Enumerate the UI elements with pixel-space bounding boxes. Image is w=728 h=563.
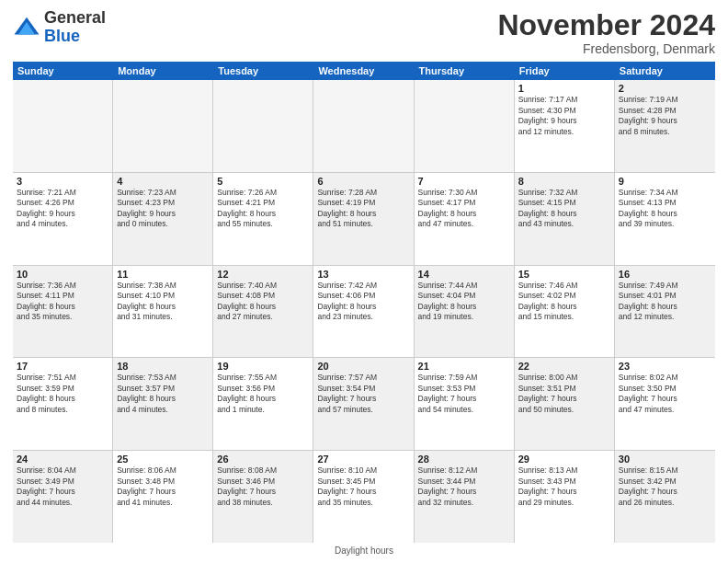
calendar-cell: 28Sunrise: 8:12 AM Sunset: 3:44 PM Dayli… (415, 451, 515, 543)
day-number: 9 (619, 176, 711, 187)
calendar-row: 3Sunrise: 7:21 AM Sunset: 4:26 PM Daylig… (13, 173, 715, 266)
calendar-cell: 27Sunrise: 8:10 AM Sunset: 3:45 PM Dayli… (313, 451, 414, 543)
calendar-body: 1Sunrise: 7:17 AM Sunset: 4:30 PM Daylig… (13, 80, 715, 543)
page: General Blue November 2024 Fredensborg, … (0, 0, 728, 563)
location: Fredensborg, Denmark (497, 41, 715, 56)
logo: General Blue (13, 9, 106, 46)
calendar-cell: 24Sunrise: 8:04 AM Sunset: 3:49 PM Dayli… (13, 451, 113, 543)
calendar-cell: 20Sunrise: 7:57 AM Sunset: 3:54 PM Dayli… (313, 358, 414, 450)
day-number: 23 (619, 361, 711, 372)
day-info: Sunrise: 7:55 AM Sunset: 3:56 PM Dayligh… (217, 373, 309, 415)
calendar-cell: 10Sunrise: 7:36 AM Sunset: 4:11 PM Dayli… (13, 266, 113, 358)
calendar-cell: 7Sunrise: 7:30 AM Sunset: 4:17 PM Daylig… (415, 173, 515, 265)
day-number: 10 (17, 269, 108, 280)
day-number: 8 (518, 176, 610, 187)
day-info: Sunrise: 8:06 AM Sunset: 3:48 PM Dayligh… (117, 465, 209, 508)
day-number: 27 (317, 454, 409, 465)
calendar-row: 10Sunrise: 7:36 AM Sunset: 4:11 PM Dayli… (13, 266, 715, 359)
day-number: 7 (418, 176, 510, 187)
weekday-header: Tuesday (213, 62, 313, 80)
day-info: Sunrise: 7:42 AM Sunset: 4:06 PM Dayligh… (317, 281, 409, 323)
calendar-cell: 17Sunrise: 7:51 AM Sunset: 3:59 PM Dayli… (13, 358, 113, 450)
calendar-row: 1Sunrise: 7:17 AM Sunset: 4:30 PM Daylig… (13, 80, 715, 173)
day-info: Sunrise: 8:08 AM Sunset: 3:46 PM Dayligh… (217, 465, 309, 508)
day-number: 12 (217, 269, 309, 280)
day-info: Sunrise: 7:19 AM Sunset: 4:28 PM Dayligh… (619, 95, 711, 137)
calendar-cell: 19Sunrise: 7:55 AM Sunset: 3:56 PM Dayli… (213, 358, 313, 450)
calendar-cell: 30Sunrise: 8:15 AM Sunset: 3:42 PM Dayli… (615, 451, 715, 543)
day-number: 4 (117, 176, 209, 187)
day-number: 3 (17, 176, 108, 187)
calendar-cell: 4Sunrise: 7:23 AM Sunset: 4:23 PM Daylig… (113, 173, 213, 265)
day-number: 6 (317, 176, 409, 187)
day-info: Sunrise: 8:12 AM Sunset: 3:44 PM Dayligh… (418, 465, 510, 508)
calendar: SundayMondayTuesdayWednesdayThursdayFrid… (13, 62, 715, 543)
day-number: 29 (518, 454, 610, 465)
day-info: Sunrise: 7:26 AM Sunset: 4:21 PM Dayligh… (217, 188, 309, 230)
calendar-cell: 9Sunrise: 7:34 AM Sunset: 4:13 PM Daylig… (615, 173, 715, 265)
day-number: 30 (619, 454, 711, 465)
top-section: General Blue November 2024 Fredensborg, … (13, 9, 715, 56)
day-number: 24 (17, 454, 108, 465)
day-info: Sunrise: 7:49 AM Sunset: 4:01 PM Dayligh… (619, 281, 711, 323)
day-number: 17 (17, 361, 108, 372)
day-number: 22 (518, 361, 610, 372)
calendar-cell: 15Sunrise: 7:46 AM Sunset: 4:02 PM Dayli… (515, 266, 615, 358)
logo-text: General Blue (44, 9, 106, 46)
header-right: November 2024 Fredensborg, Denmark (497, 9, 715, 56)
calendar-cell: 8Sunrise: 7:32 AM Sunset: 4:15 PM Daylig… (515, 173, 615, 265)
day-info: Sunrise: 7:51 AM Sunset: 3:59 PM Dayligh… (17, 373, 108, 415)
calendar-cell (213, 80, 313, 172)
day-number: 1 (518, 83, 610, 94)
calendar-row: 17Sunrise: 7:51 AM Sunset: 3:59 PM Dayli… (13, 358, 715, 451)
logo-icon (13, 14, 40, 41)
day-info: Sunrise: 7:53 AM Sunset: 3:57 PM Dayligh… (117, 373, 209, 415)
day-number: 13 (317, 269, 409, 280)
logo-general: General (44, 8, 106, 27)
weekday-header: Thursday (415, 62, 515, 80)
calendar-cell: 26Sunrise: 8:08 AM Sunset: 3:46 PM Dayli… (213, 451, 313, 543)
day-info: Sunrise: 7:36 AM Sunset: 4:11 PM Dayligh… (17, 281, 108, 323)
day-info: Sunrise: 7:34 AM Sunset: 4:13 PM Dayligh… (619, 188, 711, 230)
day-number: 15 (518, 269, 610, 280)
day-info: Sunrise: 7:44 AM Sunset: 4:04 PM Dayligh… (418, 281, 510, 323)
day-info: Sunrise: 7:59 AM Sunset: 3:53 PM Dayligh… (418, 373, 510, 415)
day-number: 28 (418, 454, 510, 465)
day-info: Sunrise: 7:17 AM Sunset: 4:30 PM Dayligh… (518, 95, 610, 137)
day-info: Sunrise: 7:38 AM Sunset: 4:10 PM Dayligh… (117, 281, 209, 323)
day-number: 14 (418, 269, 510, 280)
day-info: Sunrise: 7:40 AM Sunset: 4:08 PM Dayligh… (217, 281, 309, 323)
calendar-cell: 23Sunrise: 8:02 AM Sunset: 3:50 PM Dayli… (615, 358, 715, 450)
calendar-cell: 12Sunrise: 7:40 AM Sunset: 4:08 PM Dayli… (213, 266, 313, 358)
calendar-cell: 3Sunrise: 7:21 AM Sunset: 4:26 PM Daylig… (13, 173, 113, 265)
day-info: Sunrise: 8:10 AM Sunset: 3:45 PM Dayligh… (317, 465, 409, 508)
calendar-cell: 1Sunrise: 7:17 AM Sunset: 4:30 PM Daylig… (515, 80, 615, 172)
day-number: 25 (117, 454, 209, 465)
day-number: 18 (117, 361, 209, 372)
calendar-cell: 18Sunrise: 7:53 AM Sunset: 3:57 PM Dayli… (113, 358, 213, 450)
calendar-cell: 25Sunrise: 8:06 AM Sunset: 3:48 PM Dayli… (113, 451, 213, 543)
calendar-cell: 6Sunrise: 7:28 AM Sunset: 4:19 PM Daylig… (313, 173, 414, 265)
day-number: 11 (117, 269, 209, 280)
legend: Daylight hours (13, 546, 715, 556)
day-info: Sunrise: 7:57 AM Sunset: 3:54 PM Dayligh… (317, 373, 409, 415)
day-number: 20 (317, 361, 409, 372)
day-number: 26 (217, 454, 309, 465)
day-info: Sunrise: 8:00 AM Sunset: 3:51 PM Dayligh… (518, 373, 610, 415)
day-info: Sunrise: 7:30 AM Sunset: 4:17 PM Dayligh… (418, 188, 510, 230)
calendar-cell: 2Sunrise: 7:19 AM Sunset: 4:28 PM Daylig… (615, 80, 715, 172)
day-number: 19 (217, 361, 309, 372)
calendar-header: SundayMondayTuesdayWednesdayThursdayFrid… (13, 62, 715, 80)
day-info: Sunrise: 7:21 AM Sunset: 4:26 PM Dayligh… (17, 188, 108, 230)
calendar-cell (113, 80, 213, 172)
calendar-cell: 11Sunrise: 7:38 AM Sunset: 4:10 PM Dayli… (113, 266, 213, 358)
calendar-cell: 16Sunrise: 7:49 AM Sunset: 4:01 PM Dayli… (615, 266, 715, 358)
day-info: Sunrise: 7:28 AM Sunset: 4:19 PM Dayligh… (317, 188, 409, 230)
calendar-cell: 29Sunrise: 8:13 AM Sunset: 3:43 PM Dayli… (515, 451, 615, 543)
day-info: Sunrise: 8:02 AM Sunset: 3:50 PM Dayligh… (619, 373, 711, 415)
day-number: 2 (619, 83, 711, 94)
weekday-header: Sunday (13, 62, 113, 80)
calendar-cell (13, 80, 113, 172)
day-info: Sunrise: 7:46 AM Sunset: 4:02 PM Dayligh… (518, 281, 610, 323)
weekday-header: Friday (515, 62, 615, 80)
